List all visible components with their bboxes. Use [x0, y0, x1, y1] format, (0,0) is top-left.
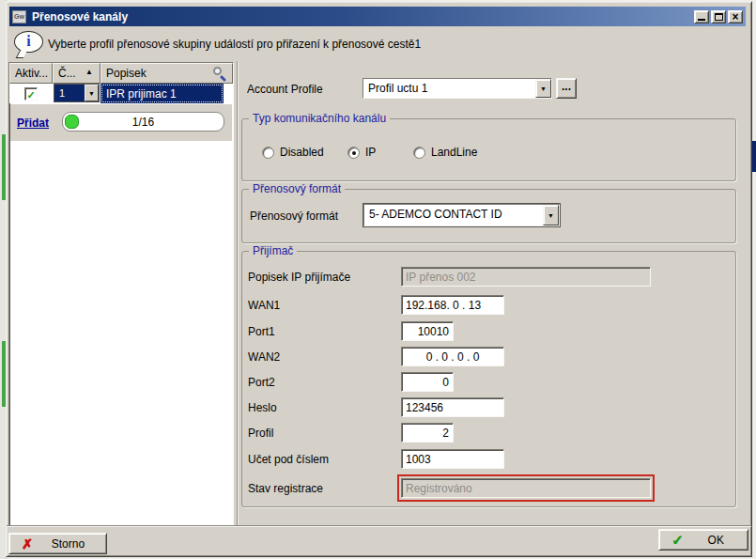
dropdown-button[interactable]: ▼ — [85, 85, 99, 101]
panel-splitter[interactable] — [237, 61, 239, 526]
field-row-wan1: WAN1 — [248, 295, 732, 316]
active-cell: ✓ — [9, 84, 53, 103]
column-header-popisek[interactable]: Popisek — [100, 63, 233, 84]
field-label: WAN2 — [248, 350, 280, 364]
close-icon: × — [732, 12, 738, 22]
profile-input[interactable] — [401, 423, 454, 443]
port1-input[interactable] — [401, 321, 454, 341]
radio-icon — [347, 147, 360, 159]
account-number-input[interactable] — [401, 449, 504, 469]
popisek-cell[interactable]: IPR prijimac 1 — [100, 84, 233, 103]
field-label: Popisek IP přijímače — [248, 271, 350, 284]
port2-input[interactable] — [401, 372, 454, 392]
field-label: Profil — [248, 427, 273, 440]
wan1-input[interactable] — [401, 295, 504, 315]
channel-number-value: 1 — [54, 85, 85, 101]
table-row[interactable]: ✓ 1 ▼ IPR prijimac 1 — [9, 84, 233, 103]
screen: Gw Přenosové kanály × i Vyberte profil p… — [0, 0, 756, 559]
radio-icon — [262, 147, 274, 159]
search-icon-lens — [213, 67, 222, 75]
field-label: Heslo — [248, 401, 277, 414]
ok-button-label: OK — [708, 534, 724, 547]
field-label: Port2 — [248, 376, 275, 389]
cancel-button-label: Storno — [52, 537, 85, 551]
search-icon[interactable] — [213, 67, 226, 80]
close-button[interactable]: × — [728, 10, 743, 23]
group-receiver-title: Přijímač — [249, 244, 297, 257]
ok-check-icon: ✓ — [671, 532, 684, 549]
field-row-heslo: Heslo — [248, 397, 732, 418]
chevron-down-icon: ▼ — [548, 212, 554, 219]
radio-ip-label: IP — [365, 146, 376, 159]
format-value: 5- ADEMCO CONTACT ID — [364, 205, 543, 225]
field-row-popisek: Popisek IP přijímače — [248, 267, 732, 287]
maximize-icon — [715, 13, 723, 21]
footer-separator — [7, 525, 751, 527]
column-header-number-label: Č... — [58, 67, 76, 80]
dropdown-button[interactable]: ▼ — [543, 205, 559, 225]
window-title: Přenosové kanály — [26, 10, 692, 23]
app-icon: Gw — [12, 10, 26, 23]
check-icon: ✓ — [26, 89, 35, 101]
channel-count-progressbar: 1/16 — [62, 112, 224, 132]
channel-number-dropdown[interactable]: 1 ▼ — [54, 84, 100, 102]
account-profile-value: Profil uctu 1 — [363, 79, 535, 98]
field-label: WAN1 — [248, 299, 280, 312]
radio-icon — [413, 147, 425, 159]
wan2-input[interactable] — [401, 347, 504, 366]
add-row: Přidat 1/16 — [10, 104, 232, 141]
group-format: Přenosový formát Přenosový formát 5- ADE… — [241, 189, 736, 243]
field-row-wan2: WAN2 — [248, 347, 732, 367]
group-channel-type: Typ komunikačního kanálu Disabled IP Lan… — [241, 118, 736, 181]
group-format-title: Přenosový formát — [249, 182, 345, 195]
dropdown-button[interactable]: ▼ — [535, 79, 551, 98]
account-profile-dropdown[interactable]: Profil uctu 1 ▼ — [363, 78, 552, 99]
dialog-prenosove-kanaly: Gw Přenosové kanály × i Vyberte profil p… — [6, 1, 752, 557]
field-label: Učet pod číslem — [248, 453, 329, 466]
list-header-row: Aktiv... Č... ▲ Popisek — [9, 63, 233, 84]
sort-ascending-icon: ▲ — [85, 68, 93, 76]
column-header-active[interactable]: Aktiv... — [9, 63, 53, 84]
cancel-cross-icon: ✗ — [22, 536, 33, 551]
radio-ip[interactable]: IP — [347, 146, 376, 159]
ok-button[interactable]: ✓ OK — [658, 529, 748, 551]
maximize-button[interactable] — [711, 10, 726, 23]
info-icon-glyph: i — [26, 33, 30, 49]
channel-list-panel: Aktiv... Č... ▲ Popisek ✓ — [8, 62, 234, 526]
field-label: Port1 — [248, 325, 275, 338]
field-row-ucet: Učet pod číslem — [248, 449, 732, 470]
receiver-name-input[interactable] — [401, 267, 651, 287]
search-icon-handle — [220, 75, 226, 82]
group-receiver: Přijímač Popisek IP přijímače WAN1 Port1… — [241, 251, 736, 507]
radio-landline[interactable]: LandLine — [413, 146, 477, 159]
account-profile-label: Account Profile — [247, 83, 323, 96]
field-row-profil: Profil — [248, 423, 732, 443]
column-header-popisek-label: Popisek — [106, 67, 147, 80]
number-cell: 1 ▼ — [53, 84, 100, 103]
registration-status-input[interactable] — [401, 478, 651, 498]
field-row-stav: Stav registrace — [248, 478, 732, 499]
column-header-number[interactable]: Č... ▲ — [53, 63, 100, 84]
add-channel-link[interactable]: Přidat — [17, 116, 49, 130]
selected-channel-label[interactable]: IPR prijimac 1 — [100, 84, 224, 103]
group-channel-type-title: Typ komunikačního kanálu — [249, 112, 390, 125]
radio-disabled[interactable]: Disabled — [262, 146, 324, 159]
chevron-down-icon: ▼ — [88, 90, 95, 97]
minimize-icon — [698, 19, 705, 21]
field-label: Stav registrace — [248, 482, 323, 495]
instruction-text: Vyberte profil přenosové skupiny událost… — [48, 38, 724, 51]
cancel-button[interactable]: ✗ Storno — [8, 533, 107, 554]
format-label: Přenosový formát — [250, 210, 338, 223]
radio-landline-label: LandLine — [431, 146, 477, 159]
field-row-port1: Port1 — [248, 321, 732, 342]
browse-button[interactable]: ... — [556, 78, 577, 99]
chevron-down-icon: ▼ — [540, 85, 547, 92]
title-bar[interactable]: Gw Přenosové kanály × — [9, 7, 746, 26]
progressbar-text: 1/16 — [63, 116, 224, 129]
active-checkbox[interactable]: ✓ — [24, 87, 38, 101]
info-icon: i — [14, 31, 43, 53]
format-dropdown[interactable]: 5- ADEMCO CONTACT ID ▼ — [363, 204, 560, 226]
password-input[interactable] — [401, 397, 504, 417]
field-row-port2: Port2 — [248, 372, 732, 393]
minimize-button[interactable] — [694, 10, 709, 23]
